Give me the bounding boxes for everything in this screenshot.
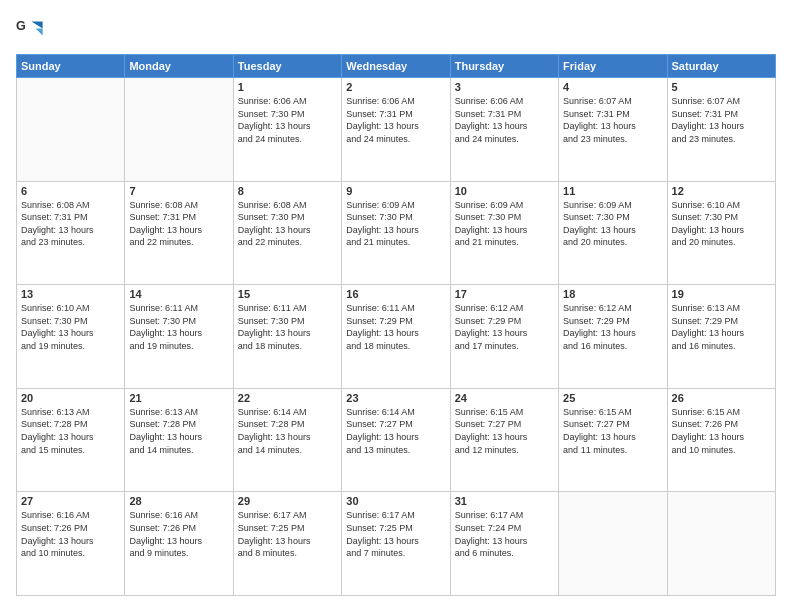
day-info: Sunrise: 6:17 AM Sunset: 7:25 PM Dayligh… [346,509,445,559]
day-info: Sunrise: 6:08 AM Sunset: 7:31 PM Dayligh… [21,199,120,249]
day-number: 30 [346,495,445,507]
day-info: Sunrise: 6:17 AM Sunset: 7:25 PM Dayligh… [238,509,337,559]
day-number: 3 [455,81,554,93]
day-number: 6 [21,185,120,197]
calendar-cell: 10Sunrise: 6:09 AM Sunset: 7:30 PM Dayli… [450,181,558,285]
calendar-cell: 6Sunrise: 6:08 AM Sunset: 7:31 PM Daylig… [17,181,125,285]
day-info: Sunrise: 6:13 AM Sunset: 7:28 PM Dayligh… [129,406,228,456]
weekday-header-monday: Monday [125,55,233,78]
week-row-2: 6Sunrise: 6:08 AM Sunset: 7:31 PM Daylig… [17,181,776,285]
calendar-cell: 19Sunrise: 6:13 AM Sunset: 7:29 PM Dayli… [667,285,775,389]
calendar-cell: 28Sunrise: 6:16 AM Sunset: 7:26 PM Dayli… [125,492,233,596]
day-number: 20 [21,392,120,404]
week-row-5: 27Sunrise: 6:16 AM Sunset: 7:26 PM Dayli… [17,492,776,596]
calendar-cell: 30Sunrise: 6:17 AM Sunset: 7:25 PM Dayli… [342,492,450,596]
week-row-4: 20Sunrise: 6:13 AM Sunset: 7:28 PM Dayli… [17,388,776,492]
logo-icon: G [16,16,44,44]
calendar-cell: 25Sunrise: 6:15 AM Sunset: 7:27 PM Dayli… [559,388,667,492]
weekday-header-tuesday: Tuesday [233,55,341,78]
weekday-header-sunday: Sunday [17,55,125,78]
day-info: Sunrise: 6:09 AM Sunset: 7:30 PM Dayligh… [455,199,554,249]
weekday-header-saturday: Saturday [667,55,775,78]
day-number: 16 [346,288,445,300]
calendar-cell: 7Sunrise: 6:08 AM Sunset: 7:31 PM Daylig… [125,181,233,285]
calendar-cell: 27Sunrise: 6:16 AM Sunset: 7:26 PM Dayli… [17,492,125,596]
day-info: Sunrise: 6:06 AM Sunset: 7:31 PM Dayligh… [346,95,445,145]
day-info: Sunrise: 6:13 AM Sunset: 7:28 PM Dayligh… [21,406,120,456]
calendar-cell: 13Sunrise: 6:10 AM Sunset: 7:30 PM Dayli… [17,285,125,389]
calendar-cell [17,78,125,182]
day-info: Sunrise: 6:17 AM Sunset: 7:24 PM Dayligh… [455,509,554,559]
day-number: 11 [563,185,662,197]
day-info: Sunrise: 6:10 AM Sunset: 7:30 PM Dayligh… [672,199,771,249]
day-info: Sunrise: 6:11 AM Sunset: 7:30 PM Dayligh… [238,302,337,352]
day-info: Sunrise: 6:11 AM Sunset: 7:30 PM Dayligh… [129,302,228,352]
week-row-3: 13Sunrise: 6:10 AM Sunset: 7:30 PM Dayli… [17,285,776,389]
weekday-header-friday: Friday [559,55,667,78]
calendar-cell: 17Sunrise: 6:12 AM Sunset: 7:29 PM Dayli… [450,285,558,389]
day-number: 31 [455,495,554,507]
calendar-cell: 24Sunrise: 6:15 AM Sunset: 7:27 PM Dayli… [450,388,558,492]
day-number: 26 [672,392,771,404]
calendar-cell: 3Sunrise: 6:06 AM Sunset: 7:31 PM Daylig… [450,78,558,182]
day-number: 18 [563,288,662,300]
day-info: Sunrise: 6:15 AM Sunset: 7:27 PM Dayligh… [455,406,554,456]
calendar-cell: 1Sunrise: 6:06 AM Sunset: 7:30 PM Daylig… [233,78,341,182]
day-info: Sunrise: 6:08 AM Sunset: 7:30 PM Dayligh… [238,199,337,249]
day-info: Sunrise: 6:06 AM Sunset: 7:31 PM Dayligh… [455,95,554,145]
calendar-cell [125,78,233,182]
calendar-cell: 12Sunrise: 6:10 AM Sunset: 7:30 PM Dayli… [667,181,775,285]
day-info: Sunrise: 6:15 AM Sunset: 7:27 PM Dayligh… [563,406,662,456]
day-number: 8 [238,185,337,197]
calendar-cell: 21Sunrise: 6:13 AM Sunset: 7:28 PM Dayli… [125,388,233,492]
day-number: 28 [129,495,228,507]
calendar-cell: 20Sunrise: 6:13 AM Sunset: 7:28 PM Dayli… [17,388,125,492]
day-info: Sunrise: 6:14 AM Sunset: 7:27 PM Dayligh… [346,406,445,456]
day-number: 4 [563,81,662,93]
calendar-cell: 15Sunrise: 6:11 AM Sunset: 7:30 PM Dayli… [233,285,341,389]
day-number: 5 [672,81,771,93]
calendar-cell: 22Sunrise: 6:14 AM Sunset: 7:28 PM Dayli… [233,388,341,492]
day-number: 10 [455,185,554,197]
svg-text:G: G [16,19,26,33]
calendar-cell: 9Sunrise: 6:09 AM Sunset: 7:30 PM Daylig… [342,181,450,285]
day-info: Sunrise: 6:08 AM Sunset: 7:31 PM Dayligh… [129,199,228,249]
day-number: 13 [21,288,120,300]
calendar-cell: 16Sunrise: 6:11 AM Sunset: 7:29 PM Dayli… [342,285,450,389]
day-number: 12 [672,185,771,197]
svg-marker-2 [36,29,43,36]
calendar-cell: 8Sunrise: 6:08 AM Sunset: 7:30 PM Daylig… [233,181,341,285]
calendar-cell: 14Sunrise: 6:11 AM Sunset: 7:30 PM Dayli… [125,285,233,389]
day-number: 22 [238,392,337,404]
day-number: 23 [346,392,445,404]
day-info: Sunrise: 6:15 AM Sunset: 7:26 PM Dayligh… [672,406,771,456]
day-number: 19 [672,288,771,300]
weekday-header-thursday: Thursday [450,55,558,78]
svg-marker-1 [31,22,42,29]
calendar-cell: 31Sunrise: 6:17 AM Sunset: 7:24 PM Dayli… [450,492,558,596]
weekday-header-wednesday: Wednesday [342,55,450,78]
calendar-cell [667,492,775,596]
calendar-cell: 29Sunrise: 6:17 AM Sunset: 7:25 PM Dayli… [233,492,341,596]
day-number: 7 [129,185,228,197]
day-info: Sunrise: 6:12 AM Sunset: 7:29 PM Dayligh… [455,302,554,352]
header: G [16,16,776,44]
day-number: 14 [129,288,228,300]
weekday-header-row: SundayMondayTuesdayWednesdayThursdayFrid… [17,55,776,78]
day-info: Sunrise: 6:13 AM Sunset: 7:29 PM Dayligh… [672,302,771,352]
calendar-cell: 5Sunrise: 6:07 AM Sunset: 7:31 PM Daylig… [667,78,775,182]
day-info: Sunrise: 6:06 AM Sunset: 7:30 PM Dayligh… [238,95,337,145]
day-number: 29 [238,495,337,507]
day-number: 15 [238,288,337,300]
day-number: 2 [346,81,445,93]
calendar-cell: 11Sunrise: 6:09 AM Sunset: 7:30 PM Dayli… [559,181,667,285]
day-info: Sunrise: 6:09 AM Sunset: 7:30 PM Dayligh… [563,199,662,249]
day-info: Sunrise: 6:10 AM Sunset: 7:30 PM Dayligh… [21,302,120,352]
day-info: Sunrise: 6:12 AM Sunset: 7:29 PM Dayligh… [563,302,662,352]
day-number: 27 [21,495,120,507]
calendar-cell: 26Sunrise: 6:15 AM Sunset: 7:26 PM Dayli… [667,388,775,492]
day-info: Sunrise: 6:07 AM Sunset: 7:31 PM Dayligh… [563,95,662,145]
calendar-cell: 23Sunrise: 6:14 AM Sunset: 7:27 PM Dayli… [342,388,450,492]
logo: G [16,16,48,44]
day-number: 25 [563,392,662,404]
